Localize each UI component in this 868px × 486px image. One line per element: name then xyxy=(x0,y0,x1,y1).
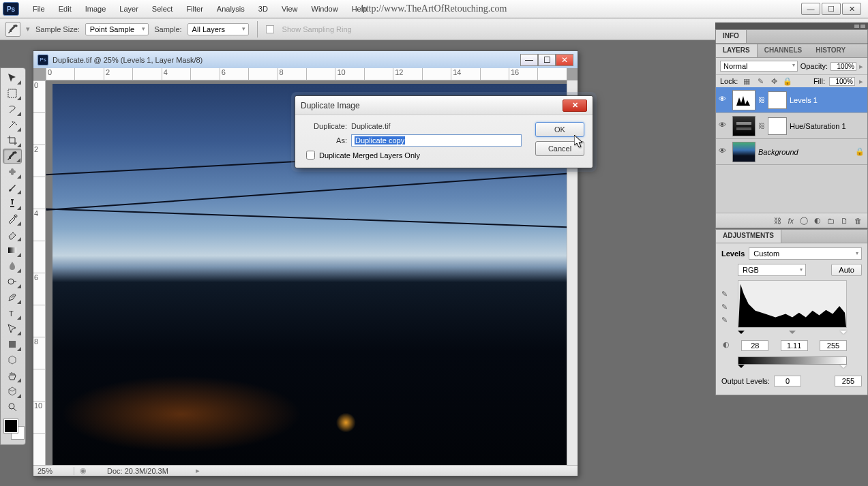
menu-view[interactable]: View xyxy=(275,2,305,16)
hand-tool[interactable] xyxy=(3,368,22,383)
lock-transparency-icon[interactable]: ▦ xyxy=(742,76,751,86)
input-white[interactable]: 255 xyxy=(820,340,847,351)
ruler-horizontal[interactable]: 02 46 810 1214 16 xyxy=(46,68,567,80)
menu-layer[interactable]: Layer xyxy=(113,2,145,16)
out-black-slider[interactable] xyxy=(738,365,745,371)
info-panel-tab[interactable]: INFO xyxy=(716,30,747,43)
output-white[interactable]: 255 xyxy=(835,376,862,386)
opacity-field[interactable]: 100% xyxy=(830,62,856,71)
menu-image[interactable]: Image xyxy=(78,2,113,16)
channels-tab[interactable]: CHANNELS xyxy=(758,44,809,57)
layer-name[interactable]: Background xyxy=(758,148,852,156)
zoom-tool[interactable] xyxy=(3,399,22,414)
output-gradient[interactable] xyxy=(738,356,847,365)
marquee-tool[interactable] xyxy=(3,86,22,101)
lock-pixels-icon[interactable]: ✎ xyxy=(755,76,765,86)
fx-icon[interactable]: fx xyxy=(788,217,794,225)
visibility-icon[interactable]: 👁 xyxy=(719,121,730,132)
gradient-tool[interactable] xyxy=(3,243,22,258)
doc-close-button[interactable]: ✕ xyxy=(556,54,573,66)
dialog-titlebar[interactable]: Duplicate Image ✕ xyxy=(295,96,593,115)
dialog-close-button[interactable]: ✕ xyxy=(563,100,587,112)
lock-position-icon[interactable]: ✥ xyxy=(769,76,779,86)
type-tool[interactable]: T xyxy=(3,305,22,320)
eyedropper-icon[interactable] xyxy=(5,22,20,37)
blend-mode-select[interactable]: Normal xyxy=(720,61,798,72)
mask-icon[interactable]: ◯ xyxy=(800,216,808,225)
eraser-tool[interactable] xyxy=(3,227,22,242)
lasso-tool[interactable] xyxy=(3,102,22,117)
link-icon[interactable]: ⛓ xyxy=(758,96,765,104)
link-icon[interactable]: ⛓ xyxy=(758,122,765,130)
link-layers-icon[interactable]: ⛓ xyxy=(774,217,781,225)
sample-size-select[interactable]: Point Sample xyxy=(85,23,149,35)
blur-tool[interactable] xyxy=(3,258,22,273)
input-black[interactable]: 28 xyxy=(741,340,768,351)
history-brush-tool[interactable] xyxy=(3,211,22,226)
healing-tool[interactable] xyxy=(3,164,22,179)
path-tool[interactable] xyxy=(3,321,22,336)
camera-tool[interactable] xyxy=(3,384,22,399)
menu-analysis[interactable]: Analysis xyxy=(210,2,252,16)
preset-select[interactable]: Custom xyxy=(749,247,862,260)
pen-tool[interactable] xyxy=(3,290,22,305)
fill-field[interactable]: 100% xyxy=(829,77,855,86)
menu-file[interactable]: File xyxy=(26,2,52,16)
menu-3d[interactable]: 3D xyxy=(252,2,275,16)
auto-button[interactable]: Auto xyxy=(831,264,862,276)
scrubby-icon[interactable]: ◐ xyxy=(723,340,730,351)
minimize-button[interactable]: — xyxy=(801,3,820,15)
doc-maximize-button[interactable]: ☐ xyxy=(538,54,556,66)
out-white-slider[interactable] xyxy=(840,365,847,371)
layer-name[interactable]: Hue/Saturation 1 xyxy=(790,122,865,130)
maximize-button[interactable]: ☐ xyxy=(822,3,841,15)
menu-window[interactable]: Window xyxy=(305,2,345,16)
close-button[interactable]: ✕ xyxy=(842,3,861,15)
layer-name[interactable]: Levels 1 xyxy=(790,96,865,104)
menu-edit[interactable]: Edit xyxy=(52,2,78,16)
document-titlebar[interactable]: Ps Duplicate.tif @ 25% (Levels 1, Layer … xyxy=(33,51,578,68)
delete-icon[interactable]: 🗑 xyxy=(854,217,862,225)
visibility-icon[interactable]: 👁 xyxy=(719,147,730,157)
sample-select[interactable]: All Layers xyxy=(188,23,249,35)
adjustment-icon[interactable]: ◐ xyxy=(814,216,821,225)
channel-select[interactable]: RGB xyxy=(738,264,806,276)
ruler-vertical[interactable]: 02 46 810 xyxy=(33,80,46,465)
color-swatches[interactable] xyxy=(3,418,23,442)
layer-mask[interactable] xyxy=(768,117,787,135)
white-slider[interactable] xyxy=(840,331,847,337)
white-eyedropper-icon[interactable]: ✎ xyxy=(721,316,728,324)
menu-select[interactable]: Select xyxy=(145,2,180,16)
gray-eyedropper-icon[interactable]: ✎ xyxy=(721,303,728,312)
doc-minimize-button[interactable]: — xyxy=(520,54,538,66)
foreground-color[interactable] xyxy=(4,419,18,433)
black-eyedropper-icon[interactable]: ✎ xyxy=(721,290,728,299)
move-tool[interactable] xyxy=(3,70,22,85)
new-layer-icon[interactable]: 🗋 xyxy=(841,217,848,225)
layer-thumb-levels-icon[interactable] xyxy=(732,90,755,110)
black-slider[interactable] xyxy=(738,331,745,337)
layer-thumb-hue-icon[interactable] xyxy=(732,116,755,136)
info-icon[interactable]: ◉ xyxy=(80,466,87,475)
cancel-button[interactable]: Cancel xyxy=(535,141,584,156)
stamp-tool[interactable] xyxy=(3,196,22,211)
zoom-value[interactable]: 25% xyxy=(33,467,74,475)
ok-button[interactable]: OK xyxy=(535,122,584,137)
eyedropper-tool[interactable] xyxy=(3,149,22,164)
input-gamma[interactable]: 1.11 xyxy=(781,340,808,351)
output-black[interactable]: 0 xyxy=(774,376,801,386)
as-input[interactable]: Duplicate copy xyxy=(351,134,522,147)
layer-row[interactable]: 👁 ⛓ Hue/Saturation 1 xyxy=(716,113,867,139)
layer-thumb-image[interactable] xyxy=(732,142,755,162)
shape-tool[interactable] xyxy=(3,337,22,352)
visibility-icon[interactable]: 👁 xyxy=(719,95,730,106)
menu-filter[interactable]: Filter xyxy=(179,2,209,16)
gray-slider[interactable] xyxy=(789,331,796,337)
brush-tool[interactable] xyxy=(3,180,22,195)
layer-row[interactable]: 👁 ⛓ Levels 1 xyxy=(716,87,867,113)
layers-tab[interactable]: LAYERS xyxy=(716,44,758,57)
layer-row[interactable]: 👁 Background 🔒 xyxy=(716,139,867,165)
3d-tool[interactable] xyxy=(3,352,22,367)
group-icon[interactable]: 🗀 xyxy=(827,217,835,225)
show-ring-checkbox[interactable] xyxy=(266,25,274,33)
